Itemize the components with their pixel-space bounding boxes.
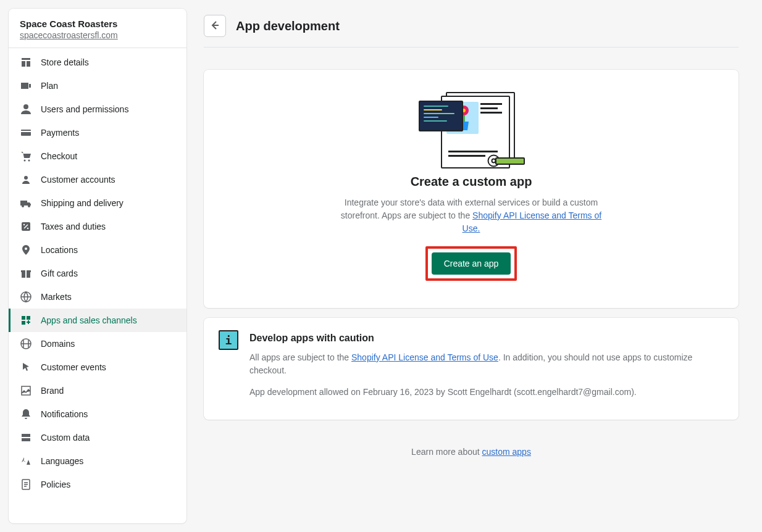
- sidebar-item-shipping[interactable]: Shipping and delivery: [9, 191, 186, 215]
- sidebar-item-label: Domains: [41, 339, 75, 349]
- svg-rect-1: [21, 130, 31, 136]
- sidebar-item-label: Apps and sales channels: [41, 315, 137, 325]
- main-content: App development: [204, 9, 753, 523]
- learn-more-footer: Learn more about custom apps: [204, 447, 739, 457]
- caution-card: i Develop apps with caution All apps are…: [204, 318, 739, 420]
- sidebar-nav: Store details Plan Users and permissions…: [9, 48, 186, 523]
- sidebar-item-label: Users and permissions: [41, 104, 128, 114]
- button-highlight-annotation: Create an app: [425, 246, 517, 281]
- svg-rect-20: [22, 438, 30, 441]
- sidebar-item-label: Locations: [41, 245, 78, 255]
- sidebar-item-label: Gift cards: [41, 268, 78, 278]
- cart-icon: [20, 150, 32, 162]
- sidebar-item-locations[interactable]: Locations: [9, 238, 186, 262]
- svg-point-9: [25, 247, 27, 250]
- sidebar-item-label: Taxes and duties: [41, 222, 106, 231]
- sidebar-item-customer-accounts[interactable]: Customer accounts: [9, 168, 186, 191]
- sidebar-item-label: Payments: [41, 128, 79, 138]
- sidebar-header: Space Coast Roasters spacecoastroastersf…: [9, 9, 186, 48]
- svg-point-4: [28, 160, 30, 162]
- person-icon: [20, 173, 32, 186]
- sidebar-item-taxes[interactable]: Taxes and duties: [9, 215, 186, 238]
- sidebar-item-domains[interactable]: Domains: [9, 332, 186, 355]
- create-app-button[interactable]: Create an app: [432, 252, 511, 275]
- api-license-link-2[interactable]: Shopify API License and Terms of Use: [351, 352, 498, 362]
- footer-prefix: Learn more about: [411, 447, 482, 457]
- sidebar-item-label: Brand: [41, 386, 64, 396]
- page-title: App development: [236, 19, 340, 33]
- page-header: App development: [204, 15, 739, 48]
- store-domain-link[interactable]: spacecoastroastersfl.com: [20, 30, 118, 40]
- sidebar-item-label: Store details: [41, 57, 89, 67]
- grid-icon: [20, 314, 32, 326]
- store-icon: [20, 56, 32, 69]
- picture-icon: [20, 384, 32, 397]
- sidebar-item-apps[interactable]: Apps and sales channels: [9, 309, 186, 332]
- sidebar-item-label: Markets: [41, 292, 72, 302]
- create-heading: Create a custom app: [411, 175, 532, 189]
- svg-rect-15: [27, 316, 30, 320]
- svg-point-5: [24, 176, 28, 180]
- svg-rect-19: [22, 434, 30, 437]
- svg-rect-2: [21, 131, 31, 132]
- sidebar-item-label: Notifications: [41, 409, 88, 419]
- back-button[interactable]: [204, 15, 226, 37]
- domain-icon: [20, 338, 32, 350]
- pin-icon: [20, 244, 32, 256]
- sidebar-item-checkout[interactable]: Checkout: [9, 144, 186, 168]
- svg-rect-12: [25, 270, 27, 278]
- sidebar-item-policies[interactable]: Policies: [9, 473, 186, 496]
- sidebar-item-notifications[interactable]: Notifications: [9, 402, 186, 426]
- sidebar-item-label: Plan: [41, 81, 58, 91]
- sidebar-item-label: Shipping and delivery: [41, 198, 124, 208]
- create-app-card: Create a custom app Integrate your store…: [204, 70, 739, 308]
- caution-body: Develop apps with caution All apps are s…: [249, 330, 724, 407]
- sidebar-item-gift-cards[interactable]: Gift cards: [9, 262, 186, 285]
- globe-icon: [20, 291, 32, 303]
- svg-point-0: [23, 104, 28, 109]
- svg-rect-14: [22, 316, 25, 320]
- caution-heading: Develop apps with caution: [249, 333, 724, 344]
- app-illustration: [419, 92, 524, 166]
- truck-icon: [20, 197, 32, 209]
- percent-icon: [20, 220, 32, 233]
- sidebar-item-custom-data[interactable]: Custom data: [9, 426, 186, 449]
- payments-icon: [20, 127, 32, 139]
- bell-icon: [20, 408, 32, 420]
- create-description: Integrate your store's data with externa…: [338, 196, 604, 235]
- sidebar-item-markets[interactable]: Markets: [9, 285, 186, 309]
- sidebar-item-label: Policies: [41, 480, 70, 489]
- gift-icon: [20, 267, 32, 280]
- sidebar-item-label: Customer events: [41, 362, 106, 372]
- sidebar-item-label: Customer accounts: [41, 175, 115, 185]
- cursor-icon: [20, 361, 32, 373]
- sidebar-item-store-details[interactable]: Store details: [9, 51, 186, 74]
- settings-sidebar: Space Coast Roasters spacecoastroastersf…: [9, 9, 186, 523]
- user-icon: [20, 103, 32, 115]
- svg-point-7: [28, 205, 30, 207]
- svg-point-6: [22, 205, 24, 207]
- sidebar-item-label: Checkout: [41, 151, 77, 161]
- sidebar-item-payments[interactable]: Payments: [9, 121, 186, 144]
- sidebar-item-label: Custom data: [41, 433, 90, 443]
- store-name: Space Coast Roasters: [20, 19, 175, 29]
- info-icon: i: [219, 330, 238, 350]
- sidebar-item-languages[interactable]: Languages: [9, 449, 186, 473]
- api-license-link[interactable]: Shopify API License and Terms of Use.: [463, 210, 602, 233]
- sidebar-item-brand[interactable]: Brand: [9, 379, 186, 402]
- stack-icon: [20, 431, 32, 444]
- sidebar-item-customer-events[interactable]: Customer events: [9, 355, 186, 379]
- language-icon: [20, 455, 32, 467]
- sidebar-item-users[interactable]: Users and permissions: [9, 98, 186, 121]
- caution-meta: App development allowed on February 16, …: [249, 386, 724, 399]
- arrow-left-icon: [209, 19, 221, 33]
- document-icon: [20, 478, 32, 491]
- svg-rect-16: [22, 321, 25, 325]
- sidebar-item-plan[interactable]: Plan: [9, 74, 186, 98]
- svg-point-3: [24, 160, 26, 162]
- caution-text: All apps are subject to the Shopify API …: [249, 351, 724, 377]
- custom-apps-link[interactable]: custom apps: [482, 447, 531, 457]
- sidebar-item-label: Languages: [41, 456, 83, 466]
- plan-icon: [20, 80, 32, 92]
- caution-prefix: All apps are subject to the: [249, 352, 351, 362]
